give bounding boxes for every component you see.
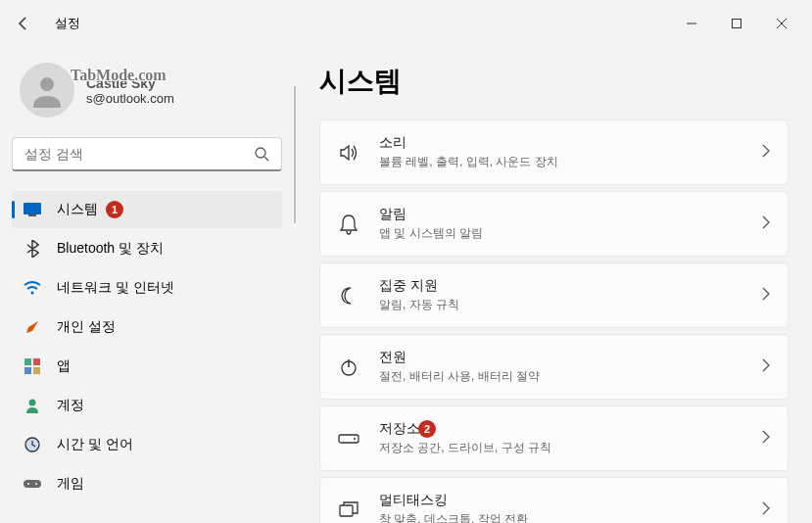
nav-label: 개인 설정 [57,318,116,336]
svg-point-20 [354,438,356,440]
arrow-left-icon [16,16,31,31]
search-input[interactable] [24,146,254,162]
wifi-icon [24,279,41,297]
paintbrush-icon [24,318,41,336]
card-title: 전원 [379,349,742,366]
svg-rect-10 [24,367,31,374]
nav-label: 시간 및 언어 [57,436,133,453]
card-title: 저장소 2 [379,420,742,438]
close-icon [777,19,787,28]
maximize-icon [732,19,741,28]
card-focus-assist[interactable]: 집중 지원 알림, 자동 규칙 [319,262,788,328]
bluetooth-icon [24,240,41,258]
profile-name: Castle Sky [86,75,174,91]
svg-point-16 [35,483,37,485]
maximize-button[interactable] [714,6,759,41]
close-button[interactable] [759,6,804,41]
svg-rect-1 [733,20,741,28]
card-title: 집중 지원 [379,277,742,295]
card-sound[interactable]: 소리 볼륨 레벨, 출력, 입력, 사운드 장치 [319,119,788,185]
svg-rect-6 [28,214,36,216]
clock-icon [24,436,41,453]
back-button[interactable] [8,8,39,39]
card-subtitle: 절전, 배터리 사용, 배터리 절약 [379,368,742,385]
profile-section[interactable]: Castle Sky s@outlook.com [12,55,282,125]
chevron-right-icon [762,501,770,519]
card-notifications[interactable]: 알림 앱 및 시스템의 알림 [319,191,788,257]
nav-list: 시스템 1 Bluetooth 및 장치 네트워크 및 인터넷 개인 설정 [12,191,282,502]
card-title: 멀티태스킹 [379,492,742,509]
svg-line-4 [264,157,268,161]
card-subtitle: 볼륨 레벨, 출력, 입력, 사운드 장치 [379,154,742,170]
search-icon [254,146,269,162]
power-icon [338,357,359,378]
display-icon [24,201,41,218]
search-box[interactable] [12,137,282,171]
nav-label: 계정 [57,397,84,414]
nav-item-personalization[interactable]: 개인 설정 [12,309,282,346]
card-subtitle: 창 맞춤, 데스크톱, 작업 전환 [379,511,742,523]
nav-label: 시스템 [57,201,98,218]
svg-rect-14 [24,480,41,488]
main-content: 시스템 소리 볼륨 레벨, 출력, 입력, 사운드 장치 알림 앱 및 시스템의… [296,47,812,523]
chevron-right-icon [762,144,770,162]
chevron-right-icon [762,430,770,448]
card-subtitle: 알림, 자동 규칙 [379,297,742,313]
apps-icon [24,357,41,375]
window-controls [669,6,804,41]
storage-icon [338,428,359,450]
page-title: 시스템 [319,63,788,100]
annotation-badge: 2 [418,420,436,438]
svg-rect-21 [340,505,353,516]
nav-item-bluetooth[interactable]: Bluetooth 및 장치 [12,230,282,267]
card-title: 알림 [379,206,742,223]
svg-point-12 [29,400,36,406]
nav-item-apps[interactable]: 앱 [12,348,282,385]
sidebar: Castle Sky s@outlook.com TabMode.com 시스템… [0,47,294,523]
svg-point-15 [27,483,29,485]
nav-label: 게임 [57,475,84,493]
annotation-badge: 1 [106,201,123,218]
nav-label: 네트워크 및 인터넷 [57,279,174,297]
bell-icon [338,214,359,235]
chevron-right-icon [762,358,770,376]
svg-rect-5 [24,203,41,214]
chevron-right-icon [762,287,770,305]
nav-label: 앱 [57,357,71,375]
titlebar: 설정 [0,0,812,47]
svg-point-7 [31,292,34,295]
nav-item-network[interactable]: 네트워크 및 인터넷 [12,269,282,307]
minimize-button[interactable] [669,6,714,41]
svg-rect-9 [33,358,40,365]
card-multitasking[interactable]: 멀티태스킹 창 맞춤, 데스크톱, 작업 전환 [319,477,788,523]
card-subtitle: 저장소 공간, 드라이브, 구성 규칙 [379,440,742,456]
card-title: 소리 [379,134,742,152]
nav-item-system[interactable]: 시스템 1 [12,191,282,228]
gamepad-icon [24,475,41,493]
sound-icon [338,142,359,164]
profile-email: s@outlook.com [86,91,174,106]
nav-label: Bluetooth 및 장치 [57,240,164,258]
app-title: 설정 [55,15,80,32]
card-storage[interactable]: 저장소 2 저장소 공간, 드라이브, 구성 규칙 [319,405,788,471]
minimize-icon [687,19,696,28]
svg-rect-11 [33,367,40,374]
nav-item-accounts[interactable]: 계정 [12,387,282,424]
svg-point-2 [40,77,54,91]
person-icon [27,71,67,110]
chevron-right-icon [762,215,770,233]
avatar [20,63,74,118]
nav-item-gaming[interactable]: 게임 [12,465,282,502]
person-small-icon [24,397,41,414]
svg-rect-8 [24,358,31,365]
svg-point-3 [256,148,265,158]
card-subtitle: 앱 및 시스템의 알림 [379,225,742,242]
multitasking-icon [338,499,359,521]
card-power[interactable]: 전원 절전, 배터리 사용, 배터리 절약 [319,334,788,400]
moon-icon [338,285,359,307]
nav-item-time-language[interactable]: 시간 및 언어 [12,426,282,463]
